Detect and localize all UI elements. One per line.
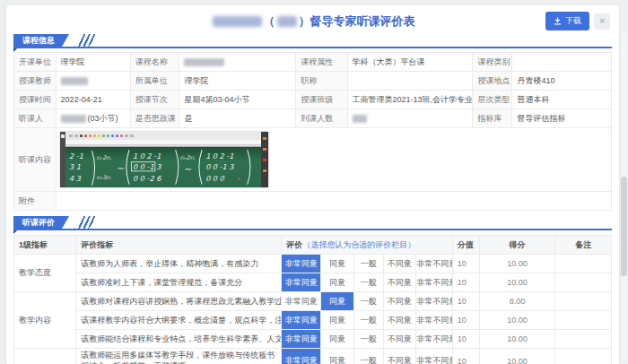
col-header-score: 分值 (452, 236, 479, 255)
option-disagree[interactable]: 不同意 (383, 349, 416, 364)
points-value: 10.00 (479, 311, 555, 330)
course-info-section: 课程信息 开课单位 理学院 课程名称 课程属性 学科（大类）平台课 课程类别 (13, 34, 612, 211)
info-value: 工商管理类2021-13班,会计学专业ACCA方 (347, 91, 473, 109)
header-buttons: 下载 × (545, 12, 610, 30)
option-agree[interactable]: 同意 (321, 292, 354, 311)
option-agree[interactable]: 同意 (321, 311, 354, 330)
info-value: 学科（大类）平台课 (347, 53, 473, 72)
option-disagree[interactable]: 不同意 (383, 330, 416, 349)
info-value (347, 72, 473, 91)
scroll-marker (263, 169, 266, 172)
listener-session: (03小节) (88, 114, 118, 123)
indicator-text: 该教师对课程内容讲授娴熟，将课程思政元素融入教学过程中 (76, 292, 282, 311)
option-neutral[interactable]: 一般 (353, 311, 383, 330)
info-label: 授课节次 (130, 91, 179, 109)
evaluation-row: 教学内容 该教师对课程内容讲授娴熟，将课程思政元素融入教学过程中 非常同意 同意… (14, 292, 612, 311)
option-strongly-agree[interactable]: 非常同意 (282, 292, 321, 311)
download-button[interactable]: 下载 (545, 12, 589, 30)
pen-color-icon (111, 134, 114, 137)
green-blackboard: 2 -1 3 1 4 3 r₂-2r₁ r₃-3r₁ ~ 1 0 (65, 147, 261, 187)
option-neutral[interactable]: 一般 (353, 330, 383, 349)
option-agree[interactable]: 同意 (321, 330, 354, 349)
attachment-value (56, 192, 611, 211)
title-text: （ (264, 14, 275, 28)
blackboard-screenshot[interactable]: 2 -1 3 1 4 3 r₂-2r₁ r₃-3r₁ ~ 1 0 (60, 132, 268, 187)
option-agree[interactable]: 同意 (321, 349, 354, 364)
class-content-cell: 2 -1 3 1 4 3 r₂-2r₁ r₃-3r₁ ~ 1 0 (56, 128, 611, 192)
option-disagree[interactable]: 不同意 (383, 311, 416, 330)
info-row: 听课人 (03小节) 是否思政课 是 到课人数 指标库 督导评估指标 (14, 109, 612, 128)
info-label: 听课人 (14, 109, 57, 128)
points-value: 10.00 (479, 349, 555, 364)
option-strongly-disagree[interactable]: 非常不同意 (416, 273, 453, 292)
remark-cell (555, 273, 612, 292)
screenshot-main: 2 -1 3 1 4 3 r₂-2r₁ r₃-3r₁ ~ 1 0 (65, 132, 261, 187)
option-disagree[interactable]: 不同意 (383, 273, 416, 292)
indicator-text: 该教师能结合课程和专业特点，培养学生科学素养、人文情怀 (76, 330, 282, 349)
scrollbar-thumb[interactable] (621, 177, 627, 275)
info-label: 所属单位 (130, 72, 179, 91)
banner-underline (13, 229, 612, 230)
col-header-points: 得分 (479, 236, 555, 255)
info-value: 理学院 (179, 72, 296, 91)
banner-corner-fold (13, 48, 17, 52)
redacted-text (184, 58, 224, 66)
option-strongly-agree[interactable]: 非常同意 (282, 273, 321, 292)
option-strongly-disagree[interactable]: 非常不同意 (416, 330, 453, 349)
svg-text:3 1: 3 1 (69, 163, 81, 172)
option-neutral[interactable]: 一般 (353, 255, 383, 273)
svg-text:r₃-3r₁: r₃-3r₁ (96, 175, 110, 181)
tool-icon (74, 134, 78, 137)
info-value: 2022-04-21 (56, 91, 130, 109)
banner-stripes-decoration (71, 34, 98, 47)
redacted-term (277, 16, 297, 27)
pen-color-icon (93, 134, 96, 137)
option-neutral[interactable]: 一般 (353, 273, 383, 292)
info-value: 督导评估指标 (512, 109, 612, 128)
info-value (512, 53, 612, 72)
points-value: 10.00 (479, 273, 555, 292)
option-neutral[interactable]: 一般 (353, 292, 383, 311)
banner-stripes-decoration (71, 216, 98, 229)
info-value-teacher (56, 72, 130, 91)
info-value: 星期4第03-04小节 (179, 91, 296, 109)
option-strongly-disagree[interactable]: 非常不同意 (416, 349, 453, 364)
evaluation-section: 听课评价 1级指标 评价指标 评价（选择您认为合适的评价栏目） 分值 得分 备注… (13, 216, 612, 364)
svg-text:0 0 0: 0 0 0 (205, 174, 224, 183)
option-strongly-disagree[interactable]: 非常不同意 (416, 255, 453, 273)
option-neutral[interactable]: 一般 (353, 349, 383, 364)
page-thumb-icon (61, 134, 65, 138)
evaluation-header-row: 1级指标 评价指标 评价（选择您认为合适的评价栏目） 分值 得分 备注 (14, 236, 612, 255)
info-label: 授课班级 (296, 91, 347, 109)
option-strongly-disagree[interactable]: 非常不同意 (416, 292, 453, 311)
option-disagree[interactable]: 不同意 (383, 292, 416, 311)
info-label: 授课教师 (14, 72, 57, 91)
svg-text:0 0 -1 3: 0 0 -1 3 (133, 163, 161, 172)
info-label: 层次类型 (473, 91, 512, 109)
option-strongly-agree[interactable]: 非常同意 (282, 311, 321, 330)
remark-cell (555, 292, 612, 311)
banner-underline (13, 47, 612, 48)
info-value: 丹青楼410 (512, 72, 612, 91)
option-strongly-disagree[interactable]: 非常不同意 (416, 311, 453, 330)
pen-color-icon (98, 134, 100, 137)
option-strongly-agree[interactable]: 非常同意 (282, 255, 321, 273)
score-value: 10 (452, 330, 479, 349)
close-button[interactable]: × (594, 13, 610, 30)
option-agree[interactable]: 同意 (321, 273, 354, 292)
option-agree[interactable]: 同意 (321, 255, 354, 273)
close-icon: × (599, 15, 605, 26)
pen-color-icon (84, 134, 87, 137)
info-row: 授课时间 2022-04-21 授课节次 星期4第03-04小节 授课班级 工商… (14, 91, 612, 109)
svg-text:~: ~ (183, 165, 191, 175)
banner-corner-fold (13, 230, 17, 234)
score-value: 10 (452, 292, 479, 311)
option-strongly-agree[interactable]: 非常同意 (282, 330, 321, 349)
option-strongly-agree[interactable]: 非常同意 (282, 349, 321, 364)
eval-header-text: 评价 (286, 240, 302, 249)
svg-text:0 0 -1 3: 0 0 -1 3 (205, 163, 234, 172)
option-disagree[interactable]: 不同意 (383, 255, 416, 273)
info-value: 是 (179, 109, 296, 128)
remark-cell (555, 330, 612, 349)
course-info-banner: 课程信息 (13, 34, 612, 49)
